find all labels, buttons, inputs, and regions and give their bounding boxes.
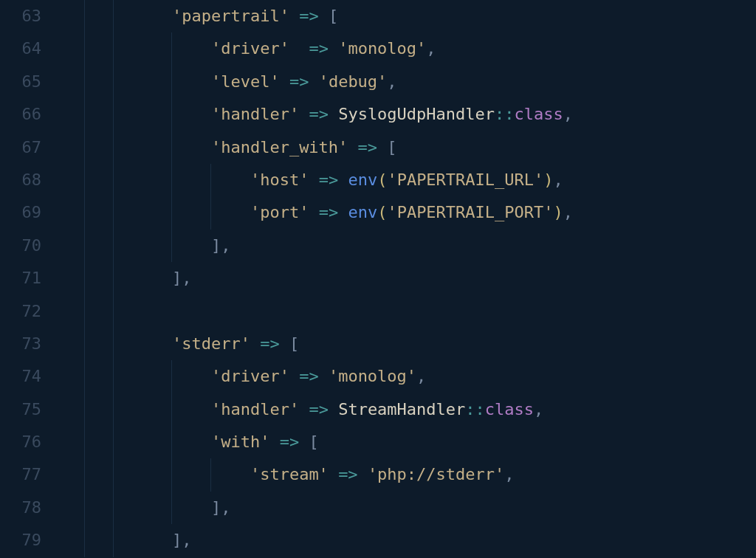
code-token: [329, 39, 338, 58]
code-token: [55, 72, 211, 91]
code-token: 'debug': [319, 72, 388, 91]
indent-guide: [84, 32, 85, 65]
code-line[interactable]: 'stream' => 'php://stderr',: [55, 458, 756, 491]
code-token: [309, 72, 318, 91]
code-token: [338, 203, 348, 221]
code-token: [55, 400, 211, 418]
code-token: ::: [495, 105, 515, 123]
code-token: 'monolog': [329, 367, 416, 385]
code-line[interactable]: 'papertrail' => [: [55, 0, 756, 32]
code-line[interactable]: ],: [55, 492, 756, 524]
code-line[interactable]: 'host' => env('PAPERTRAIL_URL'),: [55, 164, 756, 196]
code-token: [319, 7, 329, 25]
indent-guide: [113, 295, 114, 328]
code-token: [55, 498, 211, 517]
indent-guide: [113, 426, 114, 458]
code-token: [299, 105, 309, 123]
indent-guide: [113, 393, 114, 426]
code-token: [309, 170, 318, 189]
code-token: StreamHandler: [338, 400, 465, 418]
indent-guide: [210, 164, 211, 196]
indent-guide: [84, 0, 85, 32]
line-number: 63: [0, 0, 41, 32]
code-token: 'driver': [211, 367, 289, 385]
code-line[interactable]: 'port' => env('PAPERTRAIL_PORT'),: [55, 196, 756, 229]
code-line[interactable]: [55, 295, 756, 328]
indent-guide: [84, 131, 85, 164]
code-line[interactable]: 'handler_with' => [: [55, 131, 756, 164]
indent-guide: [84, 426, 85, 458]
code-token: [329, 105, 338, 123]
code-line[interactable]: ],: [55, 230, 756, 262]
code-token: ): [543, 170, 553, 189]
indent-guide: [171, 131, 172, 164]
indent-guide: [113, 32, 114, 65]
indent-guide: [171, 393, 172, 426]
code-token: 'handler': [211, 400, 299, 418]
line-number: 75: [0, 393, 41, 426]
code-token: ,: [563, 203, 573, 221]
code-token: 'with': [211, 433, 269, 451]
code-line[interactable]: 'handler' => SyslogUdpHandler::class,: [55, 98, 756, 131]
indent-guide: [171, 360, 172, 393]
code-area[interactable]: 'papertrail' => [ 'driver' => 'monolog',…: [55, 0, 756, 558]
code-token: 'monolog': [338, 39, 426, 58]
code-token: 'level': [211, 72, 280, 91]
indent-guide: [84, 360, 85, 393]
code-token: =>: [309, 105, 329, 123]
code-line[interactable]: 'with' => [: [55, 426, 756, 458]
code-token: [377, 138, 387, 156]
code-token: [299, 400, 309, 418]
code-token: ],: [211, 498, 231, 517]
indent-guide: [113, 360, 114, 393]
code-line[interactable]: 'stderr' => [: [55, 328, 756, 360]
code-token: =>: [338, 465, 358, 483]
indent-guide: [113, 524, 114, 557]
indent-guide: [84, 393, 85, 426]
code-token: 'stream': [250, 465, 329, 483]
code-token: 'stderr': [172, 334, 250, 353]
code-token: [: [289, 334, 299, 353]
code-token: [289, 7, 299, 25]
line-number: 67: [0, 131, 41, 164]
code-line[interactable]: ],: [55, 262, 756, 294]
indent-guide: [113, 230, 114, 262]
code-token: [338, 170, 348, 189]
indent-guide: [113, 164, 114, 196]
code-token: [280, 72, 289, 91]
code-line[interactable]: 'driver' => 'monolog',: [55, 360, 756, 393]
code-token: [358, 465, 368, 483]
code-token: (: [377, 203, 387, 221]
code-token: [309, 203, 318, 221]
code-token: ,: [387, 72, 396, 91]
line-number: 70: [0, 230, 41, 262]
indent-guide: [210, 458, 211, 491]
code-token: 'PAPERTRAIL_PORT': [387, 203, 553, 221]
code-line[interactable]: 'driver' => 'monolog',: [55, 32, 756, 65]
indent-guide: [84, 458, 85, 491]
code-token: [55, 367, 211, 385]
code-token: =>: [319, 203, 339, 221]
indent-guide: [171, 66, 172, 98]
code-token: 'papertrail': [172, 7, 289, 25]
code-token: [280, 334, 289, 353]
line-number: 65: [0, 66, 41, 98]
indent-guide: [84, 66, 85, 98]
indent-guide: [113, 131, 114, 164]
indent-guide: [113, 196, 114, 229]
code-token: ): [554, 203, 563, 221]
line-number: 73: [0, 328, 41, 360]
code-line[interactable]: 'handler' => StreamHandler::class,: [55, 393, 756, 426]
code-token: [319, 367, 329, 385]
indent-guide: [171, 426, 172, 458]
code-token: 'handler_with': [211, 138, 348, 156]
code-token: [329, 400, 338, 418]
line-number: 79: [0, 524, 41, 557]
code-token: 'port': [250, 203, 309, 221]
indent-guide: [113, 328, 114, 360]
code-token: [299, 433, 309, 451]
code-line[interactable]: ],: [55, 524, 756, 557]
code-line[interactable]: 'level' => 'debug',: [55, 66, 756, 98]
code-token: ::: [465, 400, 485, 418]
code-token: [55, 39, 211, 58]
